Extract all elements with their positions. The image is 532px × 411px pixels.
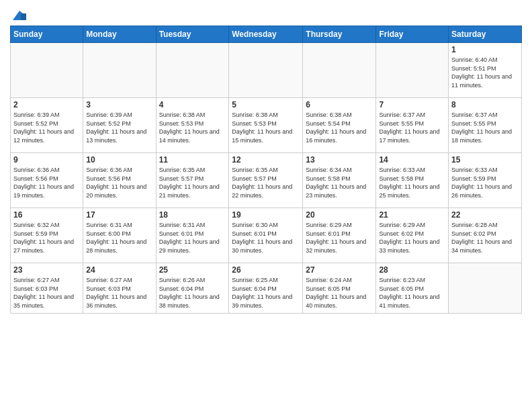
calendar-cell: 27Sunrise: 6:24 AM Sunset: 6:05 PM Dayli… xyxy=(303,263,376,314)
day-number: 8 xyxy=(451,100,519,109)
day-info: Sunrise: 6:34 AM Sunset: 5:58 PM Dayligh… xyxy=(306,166,373,199)
day-info: Sunrise: 6:31 AM Sunset: 6:00 PM Dayligh… xyxy=(86,221,152,255)
day-number: 22 xyxy=(451,210,519,220)
calendar-cell: 14Sunrise: 6:33 AM Sunset: 5:58 PM Dayli… xyxy=(376,153,449,208)
calendar-cell xyxy=(229,43,303,98)
calendar-cell: 11Sunrise: 6:35 AM Sunset: 5:57 PM Dayli… xyxy=(156,153,229,208)
day-number: 15 xyxy=(451,155,519,165)
day-number: 7 xyxy=(379,100,445,109)
col-header-tuesday: Tuesday xyxy=(156,26,229,43)
svg-marker-1 xyxy=(21,13,26,20)
calendar-cell: 16Sunrise: 6:32 AM Sunset: 5:59 PM Dayli… xyxy=(11,208,83,263)
calendar-cell: 17Sunrise: 6:31 AM Sunset: 6:00 PM Dayli… xyxy=(83,208,156,263)
calendar-cell: 25Sunrise: 6:26 AM Sunset: 6:04 PM Dayli… xyxy=(156,263,229,314)
day-number: 23 xyxy=(13,265,80,275)
day-number: 17 xyxy=(86,210,152,220)
calendar-cell: 26Sunrise: 6:25 AM Sunset: 6:04 PM Dayli… xyxy=(229,263,303,314)
calendar-cell: 2Sunrise: 6:39 AM Sunset: 5:52 PM Daylig… xyxy=(11,98,83,153)
day-number: 6 xyxy=(306,100,373,109)
day-info: Sunrise: 6:33 AM Sunset: 5:58 PM Dayligh… xyxy=(379,166,445,199)
day-number: 1 xyxy=(451,45,519,54)
day-info: Sunrise: 6:23 AM Sunset: 6:05 PM Dayligh… xyxy=(379,276,445,310)
calendar-cell xyxy=(83,43,156,98)
col-header-friday: Friday xyxy=(376,26,449,43)
calendar-cell: 12Sunrise: 6:35 AM Sunset: 5:57 PM Dayli… xyxy=(229,153,303,208)
day-info: Sunrise: 6:37 AM Sunset: 5:55 PM Dayligh… xyxy=(379,111,445,144)
calendar-cell: 23Sunrise: 6:27 AM Sunset: 6:03 PM Dayli… xyxy=(11,263,83,314)
day-info: Sunrise: 6:32 AM Sunset: 5:59 PM Dayligh… xyxy=(13,221,80,255)
day-info: Sunrise: 6:30 AM Sunset: 6:01 PM Dayligh… xyxy=(232,221,300,255)
day-info: Sunrise: 6:35 AM Sunset: 5:57 PM Dayligh… xyxy=(232,166,300,199)
calendar-cell xyxy=(11,43,83,98)
day-number: 16 xyxy=(13,210,80,220)
day-info: Sunrise: 6:27 AM Sunset: 6:03 PM Dayligh… xyxy=(13,276,80,310)
calendar-week-3: 9Sunrise: 6:36 AM Sunset: 5:56 PM Daylig… xyxy=(11,153,522,208)
calendar-cell xyxy=(156,43,229,98)
header xyxy=(10,7,522,21)
calendar-cell: 7Sunrise: 6:37 AM Sunset: 5:55 PM Daylig… xyxy=(376,98,449,153)
calendar-header-row: SundayMondayTuesdayWednesdayThursdayFrid… xyxy=(11,26,522,43)
day-number: 21 xyxy=(379,210,445,220)
day-number: 4 xyxy=(159,100,226,109)
day-info: Sunrise: 6:39 AM Sunset: 5:52 PM Dayligh… xyxy=(13,111,80,144)
calendar-week-4: 16Sunrise: 6:32 AM Sunset: 5:59 PM Dayli… xyxy=(11,208,522,263)
calendar-cell: 9Sunrise: 6:36 AM Sunset: 5:56 PM Daylig… xyxy=(11,153,83,208)
day-number: 10 xyxy=(86,155,152,165)
calendar-cell: 20Sunrise: 6:29 AM Sunset: 6:01 PM Dayli… xyxy=(303,208,376,263)
logo xyxy=(10,9,26,21)
calendar-table: SundayMondayTuesdayWednesdayThursdayFrid… xyxy=(10,26,522,314)
col-header-thursday: Thursday xyxy=(303,26,376,43)
col-header-wednesday: Wednesday xyxy=(229,26,303,43)
calendar-cell: 22Sunrise: 6:28 AM Sunset: 6:02 PM Dayli… xyxy=(449,208,522,263)
day-number: 14 xyxy=(379,155,445,165)
day-info: Sunrise: 6:39 AM Sunset: 5:52 PM Dayligh… xyxy=(86,111,152,144)
day-info: Sunrise: 6:35 AM Sunset: 5:57 PM Dayligh… xyxy=(159,166,226,199)
day-number: 5 xyxy=(232,100,300,109)
calendar-cell: 3Sunrise: 6:39 AM Sunset: 5:52 PM Daylig… xyxy=(83,98,156,153)
page-container: SundayMondayTuesdayWednesdayThursdayFrid… xyxy=(0,0,532,320)
day-info: Sunrise: 6:24 AM Sunset: 6:05 PM Dayligh… xyxy=(306,276,373,310)
day-info: Sunrise: 6:33 AM Sunset: 5:59 PM Dayligh… xyxy=(451,166,519,199)
calendar-cell: 21Sunrise: 6:29 AM Sunset: 6:02 PM Dayli… xyxy=(376,208,449,263)
day-number: 26 xyxy=(232,265,300,275)
calendar-cell: 5Sunrise: 6:38 AM Sunset: 5:53 PM Daylig… xyxy=(229,98,303,153)
col-header-monday: Monday xyxy=(83,26,156,43)
day-number: 18 xyxy=(159,210,226,220)
calendar-cell: 28Sunrise: 6:23 AM Sunset: 6:05 PM Dayli… xyxy=(376,263,449,314)
day-info: Sunrise: 6:29 AM Sunset: 6:01 PM Dayligh… xyxy=(306,221,373,255)
calendar-cell: 1Sunrise: 6:40 AM Sunset: 5:51 PM Daylig… xyxy=(449,43,522,98)
calendar-cell: 24Sunrise: 6:27 AM Sunset: 6:03 PM Dayli… xyxy=(83,263,156,314)
day-info: Sunrise: 6:31 AM Sunset: 6:01 PM Dayligh… xyxy=(159,221,226,255)
calendar-cell: 10Sunrise: 6:36 AM Sunset: 5:56 PM Dayli… xyxy=(83,153,156,208)
day-info: Sunrise: 6:40 AM Sunset: 5:51 PM Dayligh… xyxy=(451,56,519,89)
day-number: 27 xyxy=(306,265,373,275)
col-header-sunday: Sunday xyxy=(11,26,83,43)
day-number: 19 xyxy=(232,210,300,220)
day-number: 28 xyxy=(379,265,445,275)
calendar-cell: 15Sunrise: 6:33 AM Sunset: 5:59 PM Dayli… xyxy=(449,153,522,208)
day-info: Sunrise: 6:36 AM Sunset: 5:56 PM Dayligh… xyxy=(13,166,80,199)
day-info: Sunrise: 6:28 AM Sunset: 6:02 PM Dayligh… xyxy=(451,221,519,255)
day-number: 25 xyxy=(159,265,226,275)
calendar-week-5: 23Sunrise: 6:27 AM Sunset: 6:03 PM Dayli… xyxy=(11,263,522,314)
day-number: 20 xyxy=(306,210,373,220)
day-number: 9 xyxy=(13,155,80,165)
day-info: Sunrise: 6:26 AM Sunset: 6:04 PM Dayligh… xyxy=(159,276,226,310)
calendar-cell xyxy=(449,263,522,314)
day-info: Sunrise: 6:38 AM Sunset: 5:54 PM Dayligh… xyxy=(306,111,373,144)
calendar-cell: 19Sunrise: 6:30 AM Sunset: 6:01 PM Dayli… xyxy=(229,208,303,263)
day-info: Sunrise: 6:29 AM Sunset: 6:02 PM Dayligh… xyxy=(379,221,445,255)
day-number: 24 xyxy=(86,265,152,275)
calendar-cell xyxy=(376,43,449,98)
day-info: Sunrise: 6:38 AM Sunset: 5:53 PM Dayligh… xyxy=(159,111,226,144)
day-info: Sunrise: 6:38 AM Sunset: 5:53 PM Dayligh… xyxy=(232,111,300,144)
day-info: Sunrise: 6:37 AM Sunset: 5:55 PM Dayligh… xyxy=(451,111,519,144)
day-info: Sunrise: 6:36 AM Sunset: 5:56 PM Dayligh… xyxy=(86,166,152,199)
logo-icon xyxy=(11,9,26,21)
day-info: Sunrise: 6:25 AM Sunset: 6:04 PM Dayligh… xyxy=(232,276,300,310)
calendar-week-1: 1Sunrise: 6:40 AM Sunset: 5:51 PM Daylig… xyxy=(11,43,522,98)
day-number: 3 xyxy=(86,100,152,109)
calendar-cell: 18Sunrise: 6:31 AM Sunset: 6:01 PM Dayli… xyxy=(156,208,229,263)
day-info: Sunrise: 6:27 AM Sunset: 6:03 PM Dayligh… xyxy=(86,276,152,310)
calendar-cell: 6Sunrise: 6:38 AM Sunset: 5:54 PM Daylig… xyxy=(303,98,376,153)
